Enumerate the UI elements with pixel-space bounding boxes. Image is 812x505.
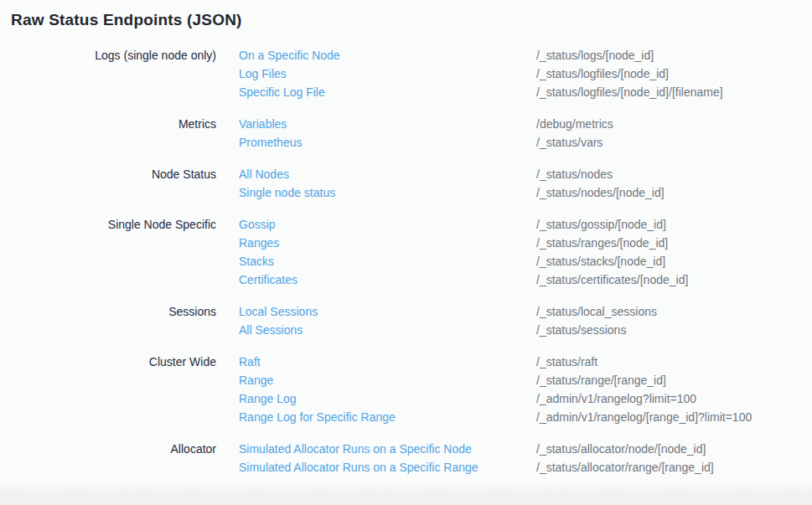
section-single-node-specific: Single Node Specific Gossip /_status/gos… [0,215,812,289]
page-title: Raw Status Endpoints (JSON) [11,11,812,28]
endpoint-path: /_status/ranges/[node_id] [536,234,668,252]
endpoint-link-variables[interactable]: Variables [239,115,536,133]
endpoint-path: /_status/logs/[node_id] [536,46,654,64]
endpoint-row: Gossip /_status/gossip/[node_id] [239,215,688,234]
endpoint-row: Local Sessions /_status/local_sessions [239,302,657,321]
endpoint-path: /_admin/v1/rangelog?limit=100 [536,389,696,408]
endpoint-link-single-node-status[interactable]: Single node status [239,183,536,202]
endpoint-link-all-nodes[interactable]: All Nodes [239,165,536,183]
section-cluster-wide: Cluster Wide Raft /_status/raft Range /_… [0,353,812,426]
category-label-sessions: Sessions [0,302,216,339]
endpoint-row: Range /_status/range/[range_id] [239,371,752,389]
endpoint-row: Log Files /_status/logfiles/[node_id] [239,64,723,83]
endpoint-path: /_status/vars [536,133,603,152]
endpoint-row: Prometheus /_status/vars [239,133,613,152]
endpoint-link-log-files[interactable]: Log Files [239,64,536,83]
category-label-logs: Logs (single node only) [0,46,216,101]
endpoint-link-raft[interactable]: Raft [239,353,536,371]
endpoint-row: Range Log /_admin/v1/rangelog?limit=100 [239,389,752,408]
endpoint-link-specific-log-file[interactable]: Specific Log File [239,83,536,101]
endpoint-path: /_status/allocator/node/[node_id] [536,440,706,458]
endpoint-path: /_status/certificates/[node_id] [536,271,688,289]
endpoint-link-simulated-allocator-node[interactable]: Simulated Allocator Runs on a Specific N… [239,440,536,458]
category-label-single-node-specific: Single Node Specific [0,215,216,289]
endpoint-path: /_status/gossip/[node_id] [536,215,666,234]
category-label-metrics: Metrics [0,115,216,152]
endpoint-path: /_status/sessions [536,321,626,339]
endpoint-link-on-a-specific-node[interactable]: On a Specific Node [239,46,536,64]
endpoint-path: /_status/range/[range_id] [536,371,666,389]
category-label-node-status: Node Status [0,165,216,202]
endpoint-path: /_status/local_sessions [536,302,657,321]
endpoint-link-stacks[interactable]: Stacks [239,252,536,271]
endpoint-link-all-sessions[interactable]: All Sessions [239,321,536,339]
endpoint-link-range[interactable]: Range [239,371,536,389]
category-label-cluster-wide: Cluster Wide [0,353,216,426]
endpoint-link-gossip[interactable]: Gossip [239,215,536,234]
section-node-status: Node Status All Nodes /_status/nodes Sin… [0,165,812,202]
endpoint-link-ranges[interactable]: Ranges [239,234,536,252]
endpoint-row: Single node status /_status/nodes/[node_… [239,183,665,202]
endpoint-row: Certificates /_status/certificates/[node… [239,271,688,289]
section-logs: Logs (single node only) On a Specific No… [0,46,812,101]
endpoint-row: Range Log for Specific Range /_admin/v1/… [239,408,752,426]
endpoint-row: All Sessions /_status/sessions [239,321,657,339]
endpoint-row: Specific Log File /_status/logfiles/[nod… [239,83,723,101]
section-allocator: Allocator Simulated Allocator Runs on a … [0,440,812,477]
footer-strip [0,480,812,505]
endpoint-row: Ranges /_status/ranges/[node_id] [239,234,688,252]
section-sessions: Sessions Local Sessions /_status/local_s… [0,302,812,339]
endpoint-path: /debug/metrics [536,115,613,133]
endpoint-link-certificates[interactable]: Certificates [239,271,536,289]
endpoint-path: /_status/allocator/range/[range_id] [536,458,714,477]
endpoint-row: Simulated Allocator Runs on a Specific N… [239,440,714,458]
endpoint-path: /_status/raft [536,353,597,371]
endpoint-row: Variables /debug/metrics [239,115,613,133]
category-label-allocator: Allocator [0,440,216,477]
endpoint-link-range-log-specific-range[interactable]: Range Log for Specific Range [239,408,536,426]
endpoint-link-local-sessions[interactable]: Local Sessions [239,302,536,321]
endpoint-path: /_status/stacks/[node_id] [536,252,665,271]
endpoint-row: All Nodes /_status/nodes [239,165,665,183]
endpoint-path: /_status/nodes [536,165,613,183]
endpoint-path: /_status/logfiles/[node_id] [536,64,669,83]
endpoint-path: /_status/nodes/[node_id] [536,183,665,202]
endpoint-path: /_status/logfiles/[node_id]/[filename] [536,83,723,101]
endpoint-row: Stacks /_status/stacks/[node_id] [239,252,688,271]
endpoints-list: Logs (single node only) On a Specific No… [0,46,812,477]
section-metrics: Metrics Variables /debug/metrics Prometh… [0,115,812,152]
endpoint-link-range-log[interactable]: Range Log [239,389,536,408]
endpoint-link-prometheus[interactable]: Prometheus [239,133,536,152]
endpoint-path: /_admin/v1/rangelog/[range_id]?limit=100 [536,408,752,426]
endpoint-link-simulated-allocator-range[interactable]: Simulated Allocator Runs on a Specific R… [239,458,536,477]
endpoint-row: Simulated Allocator Runs on a Specific R… [239,458,714,477]
endpoint-row: Raft /_status/raft [239,353,752,371]
endpoint-row: On a Specific Node /_status/logs/[node_i… [239,46,723,64]
